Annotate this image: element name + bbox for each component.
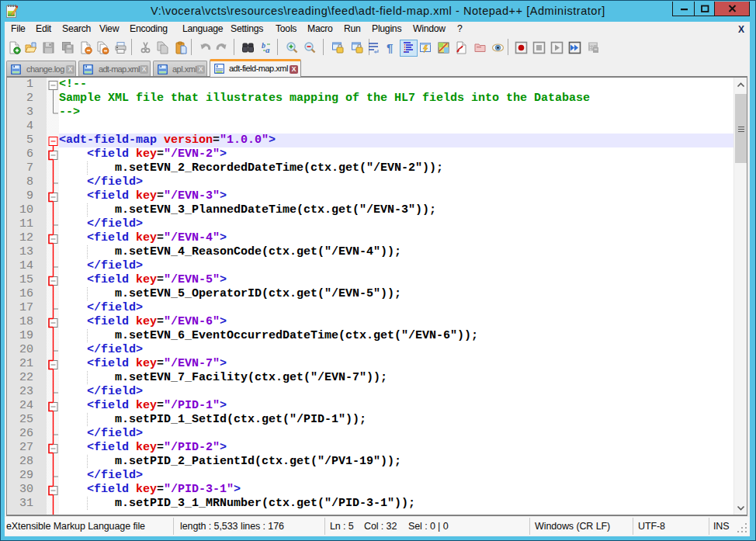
svg-text:¶: ¶ xyxy=(387,41,393,54)
svg-text:a: a xyxy=(265,45,270,54)
